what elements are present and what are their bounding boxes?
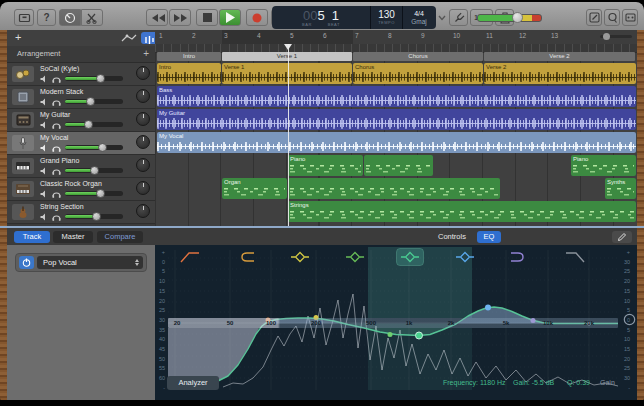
piano-region[interactable]	[364, 155, 433, 176]
band-point-bell4[interactable]	[485, 305, 491, 311]
volume-knob[interactable]	[98, 143, 107, 152]
band-point-bell2[interactable]	[388, 332, 393, 337]
bar-ruler[interactable]: 1 2 3 4 5 6 7 8 9 10 11 12 13	[155, 30, 637, 45]
organ-region[interactable]	[288, 178, 500, 199]
band-point-bell3-selected[interactable]	[416, 332, 423, 339]
tab-compare[interactable]: Compare	[97, 231, 143, 243]
master-volume-knob[interactable]	[512, 12, 523, 23]
solo-headphones-icon[interactable]	[52, 75, 61, 83]
mute-icon[interactable]	[40, 213, 48, 221]
arrangement-section-intro[interactable]: Intro	[157, 52, 221, 61]
mute-icon[interactable]	[40, 75, 48, 83]
tab-track[interactable]: Track	[14, 231, 50, 243]
media-browser-button[interactable]	[622, 9, 638, 26]
track-volume-slider[interactable]	[65, 122, 123, 127]
zoom-slider-knob[interactable]	[603, 33, 610, 40]
lcd-tempo[interactable]: 130 TEMPO	[371, 6, 402, 29]
analyzer-gain-knob[interactable]	[623, 313, 636, 326]
track-volume-slider[interactable]	[65, 145, 123, 150]
track-row-my-vocal[interactable]: My Vocal	[7, 132, 155, 155]
bass-region[interactable]: Bass	[157, 86, 636, 107]
arrangement-track-header[interactable]: Arrangement +	[7, 46, 155, 63]
solo-headphones-icon[interactable]	[52, 213, 61, 221]
lcd-key-signature[interactable]: 4/4 Gmaj	[403, 6, 435, 29]
zoom-slider[interactable]	[600, 35, 632, 38]
arrangement-section-verse2[interactable]: Verse 2	[484, 52, 635, 61]
automation-icon[interactable]	[121, 33, 137, 43]
track-row-socal[interactable]: SoCal (Kyle)	[7, 63, 155, 86]
loop-browser-button[interactable]	[604, 9, 620, 26]
play-button[interactable]	[219, 9, 241, 26]
pan-knob[interactable]	[136, 181, 150, 195]
forward-button[interactable]	[169, 9, 191, 26]
pan-knob[interactable]	[136, 158, 150, 172]
analyzer-toggle-button[interactable]: Analyzer	[167, 376, 219, 390]
record-button[interactable]	[246, 9, 268, 26]
guitar-region[interactable]: My Guitar	[157, 109, 636, 130]
arrangement-section-chorus[interactable]: Chorus	[353, 52, 483, 61]
pan-knob[interactable]	[136, 112, 150, 126]
playhead[interactable]	[288, 44, 289, 226]
solo-headphones-icon[interactable]	[52, 144, 61, 152]
drummer-region[interactable]: Verse 2	[484, 63, 636, 84]
volume-knob[interactable]	[86, 97, 95, 106]
vocal-region[interactable]: My Vocal	[157, 132, 636, 153]
solo-headphones-icon[interactable]	[52, 121, 61, 129]
tab-master[interactable]: Master	[53, 231, 93, 243]
arrangement-section-verse1[interactable]: Verse 1	[222, 52, 352, 61]
pan-knob[interactable]	[136, 204, 150, 218]
pan-knob[interactable]	[136, 89, 150, 103]
smart-controls-button[interactable]	[59, 9, 81, 26]
track-volume-slider[interactable]	[65, 99, 123, 104]
solo-headphones-icon[interactable]	[52, 98, 61, 106]
volume-knob[interactable]	[90, 166, 99, 175]
tab-eq[interactable]: EQ	[477, 231, 501, 243]
lcd-display[interactable]: 005 1 BAR BEAT 130 TEMPO 4/4 Gmaj	[272, 6, 436, 29]
preset-stepper-icon[interactable]	[135, 259, 139, 266]
synths-region[interactable]: Synths	[605, 178, 636, 199]
lcd-chevron-down-icon[interactable]	[438, 15, 446, 21]
mute-icon[interactable]	[40, 190, 48, 198]
volume-knob[interactable]	[84, 120, 93, 129]
piano-region[interactable]: Piano	[571, 155, 636, 176]
volume-knob[interactable]	[96, 74, 105, 83]
tab-controls[interactable]: Controls	[430, 231, 474, 243]
quick-help-button[interactable]: ?	[37, 9, 56, 26]
solo-headphones-icon[interactable]	[52, 167, 61, 175]
rewind-button[interactable]	[146, 9, 168, 26]
plugin-preset-select[interactable]: Pop Vocal	[37, 256, 143, 269]
notepad-button[interactable]	[586, 9, 602, 26]
pan-knob[interactable]	[136, 66, 150, 80]
master-volume-slider[interactable]	[477, 14, 542, 22]
add-arrangement-button[interactable]: +	[143, 46, 149, 62]
track-row-my-guitar[interactable]: My Guitar	[7, 109, 155, 132]
track-volume-slider[interactable]	[65, 214, 123, 219]
piano-region[interactable]: Piano	[288, 155, 363, 176]
mute-icon[interactable]	[40, 167, 48, 175]
volume-knob[interactable]	[96, 189, 105, 198]
strings-region[interactable]: Strings	[288, 201, 636, 222]
library-button[interactable]	[14, 9, 34, 26]
track-row-classic-rock-organ[interactable]: Classic Rock Organ	[7, 178, 155, 201]
editors-button[interactable]	[81, 9, 103, 26]
add-track-button[interactable]: +	[15, 31, 21, 43]
mute-icon[interactable]	[40, 144, 48, 152]
track-volume-slider[interactable]	[65, 76, 123, 81]
track-row-modern-stack[interactable]: Modern Stack	[7, 86, 155, 109]
mute-icon[interactable]	[40, 98, 48, 106]
track-row-string-section[interactable]: String Section	[7, 201, 155, 224]
plugin-power-button[interactable]	[19, 256, 34, 269]
edit-button[interactable]	[612, 231, 632, 243]
plugin-slot[interactable]: Pop Vocal	[15, 253, 147, 272]
track-volume-slider[interactable]	[65, 191, 123, 196]
drummer-region[interactable]: Verse 1	[222, 63, 352, 84]
pan-knob[interactable]	[136, 135, 150, 149]
volume-knob[interactable]	[92, 212, 101, 221]
track-volume-slider[interactable]	[65, 168, 123, 173]
drummer-region[interactable]: Intro	[157, 63, 221, 84]
mute-icon[interactable]	[40, 121, 48, 129]
track-row-grand-piano[interactable]: Grand Piano	[7, 155, 155, 178]
solo-headphones-icon[interactable]	[52, 190, 61, 198]
drummer-region[interactable]: Chorus	[353, 63, 483, 84]
stop-button[interactable]	[196, 9, 218, 26]
